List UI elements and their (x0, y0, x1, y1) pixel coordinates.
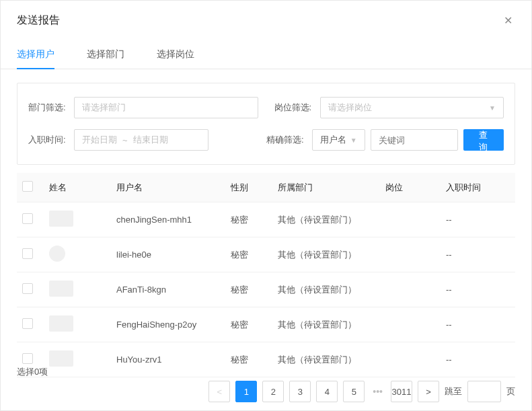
chevron-down-icon: ▼ (489, 104, 496, 112)
col-gender: 性别 (225, 173, 272, 202)
page-2-button[interactable]: 2 (262, 381, 284, 402)
page-3-button[interactable]: 3 (289, 381, 311, 402)
cell-gender: 秘密 (225, 342, 272, 377)
dept-filter-label: 部门筛选: (28, 102, 69, 114)
cell-username: HuYou-zrv1 (111, 342, 225, 377)
search-button[interactable]: 查 询 (463, 129, 504, 151)
cell-dept: 其他（待设置部门） (272, 307, 380, 342)
dept-select[interactable]: 请选择部门 (74, 97, 258, 118)
prev-page-button[interactable]: < (208, 381, 230, 402)
cell-hire: -- (441, 307, 515, 342)
jump-prefix: 跳至 (445, 385, 462, 398)
cell-gender: 秘密 (225, 272, 272, 307)
cell-post (380, 237, 441, 272)
cell-post (380, 342, 441, 377)
pagination-ellipsis: ••• (370, 386, 385, 397)
date-end: 结束日期 (133, 134, 168, 146)
pagination: < 1 2 3 4 5 ••• 3011 > 跳至 页 (208, 381, 515, 402)
cell-hire: -- (441, 272, 515, 307)
row-checkbox[interactable] (22, 318, 33, 329)
avatar (49, 350, 73, 367)
page-1-button[interactable]: 1 (235, 381, 257, 402)
table-row: lilei-he0e秘密其他（待设置部门）-- (17, 237, 515, 272)
avatar (49, 281, 73, 297)
tab-select-user[interactable]: 选择用户 (17, 40, 54, 69)
cell-username: lilei-he0e (111, 237, 225, 272)
avatar (49, 246, 65, 262)
col-username: 用户名 (111, 173, 225, 202)
jump-page-input[interactable] (467, 381, 501, 402)
next-page-button[interactable]: > (418, 381, 439, 402)
precise-field-value: 用户名 (320, 134, 346, 146)
table-row: HuYou-zrv1秘密其他（待设置部门）-- (17, 342, 515, 377)
cell-dept: 其他（待设置部门） (272, 342, 380, 377)
modal-title: 发送报告 (17, 13, 60, 28)
cell-dept: 其他（待设置部门） (272, 272, 380, 307)
table-row: FengHaiSheng-p2oy秘密其他（待设置部门）-- (17, 307, 515, 342)
precise-filter-label: 精确筛选: (266, 134, 307, 146)
user-table: 姓名 用户名 性别 所属部门 岗位 入职时间 chenJingSen-mhh1秘… (1, 173, 531, 377)
modal-header: 发送报告 ✕ (1, 1, 531, 40)
row-checkbox[interactable] (22, 353, 33, 364)
modal-send-report: 发送报告 ✕ 选择用户 选择部门 选择岗位 部门筛选: 请选择部门 岗位筛选: … (0, 0, 532, 411)
page-4-button[interactable]: 4 (316, 381, 338, 402)
cell-username: chenJingSen-mhh1 (111, 202, 225, 237)
post-filter-label: 岗位筛选: (274, 102, 315, 114)
cell-post (380, 307, 441, 342)
cell-gender: 秘密 (225, 202, 272, 237)
table-header-row: 姓名 用户名 性别 所属部门 岗位 入职时间 (17, 173, 515, 202)
cell-username: AFanTi-8kgn (111, 272, 225, 307)
footer: < 1 2 3 4 5 ••• 3011 > 跳至 页 (17, 381, 515, 402)
post-select[interactable]: 请选择岗位 ▼ (320, 97, 504, 118)
tab-select-post[interactable]: 选择岗位 (157, 40, 194, 69)
col-dept: 所属部门 (272, 173, 380, 202)
tabs: 选择用户 选择部门 选择岗位 (1, 40, 531, 69)
cell-hire: -- (441, 342, 515, 377)
cell-gender: 秘密 (225, 237, 272, 272)
page-5-button[interactable]: 5 (343, 381, 365, 402)
dept-placeholder: 请选择部门 (82, 102, 126, 114)
date-start: 开始日期 (82, 134, 117, 146)
cell-gender: 秘密 (225, 307, 272, 342)
table-row: chenJingSen-mhh1秘密其他（待设置部门）-- (17, 202, 515, 237)
cell-hire: -- (441, 237, 515, 272)
hire-date-range[interactable]: 开始日期 ~ 结束日期 (74, 129, 208, 151)
cell-username: FengHaiSheng-p2oy (111, 307, 225, 342)
precise-field-select[interactable]: 用户名 ▼ (312, 129, 365, 151)
selection-count: 选择0项 (17, 366, 48, 378)
cell-hire: -- (441, 202, 515, 237)
select-all-checkbox[interactable] (22, 181, 33, 192)
cell-post (380, 272, 441, 307)
cell-dept: 其他（待设置部门） (272, 237, 380, 272)
close-icon[interactable]: ✕ (501, 11, 515, 30)
row-checkbox[interactable] (22, 248, 33, 259)
filter-panel: 部门筛选: 请选择部门 岗位筛选: 请选择岗位 ▼ 入职时间: 开始日期 ~ 结… (17, 83, 515, 165)
row-checkbox[interactable] (22, 213, 33, 224)
post-placeholder: 请选择岗位 (328, 102, 372, 114)
col-hire: 入职时间 (441, 173, 515, 202)
keyword-input[interactable] (371, 129, 458, 151)
table-row: AFanTi-8kgn秘密其他（待设置部门）-- (17, 272, 515, 307)
col-post: 岗位 (380, 173, 441, 202)
row-checkbox[interactable] (22, 283, 33, 294)
hire-date-label: 入职时间: (28, 134, 69, 146)
cell-dept: 其他（待设置部门） (272, 202, 380, 237)
avatar (49, 211, 73, 227)
tab-select-dept[interactable]: 选择部门 (87, 40, 124, 69)
jump-suffix: 页 (506, 385, 515, 398)
date-separator: ~ (122, 135, 128, 145)
col-name: 姓名 (44, 173, 111, 202)
avatar (49, 315, 73, 332)
cell-post (380, 202, 441, 237)
page-last-button[interactable]: 3011 (391, 381, 412, 402)
chevron-down-icon: ▼ (350, 137, 357, 144)
